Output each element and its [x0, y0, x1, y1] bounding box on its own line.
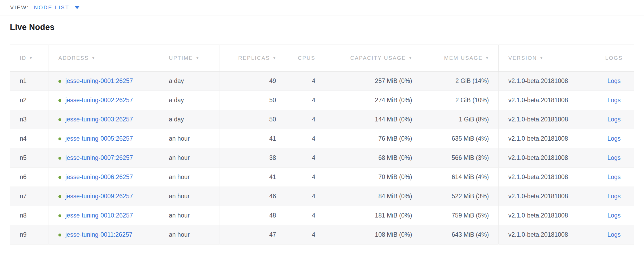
- cell-version: v2.1.0-beta.20181008: [499, 225, 594, 244]
- column-header-id[interactable]: ID▼: [10, 45, 49, 72]
- node-address-link[interactable]: jesse-tuning-0011:26257: [65, 231, 132, 238]
- cell-node-id: n8: [10, 206, 49, 225]
- sort-desc-icon: ▼: [92, 56, 95, 60]
- cell-node-address: jesse-tuning-0010:26257: [49, 206, 159, 225]
- node-live-status-dot: [58, 234, 61, 236]
- cell-logs: Logs: [594, 148, 634, 168]
- cell-logs: Logs: [594, 168, 634, 187]
- view-bar: VIEW: NODE LIST: [0, 0, 644, 15]
- cell-node-id: n5: [10, 148, 49, 168]
- cell-cpus: 4: [286, 110, 325, 129]
- node-address-link[interactable]: jesse-tuning-0006:26257: [65, 173, 133, 180]
- node-address-link[interactable]: jesse-tuning-0003:26257: [65, 116, 133, 123]
- logs-link[interactable]: Logs: [607, 212, 621, 219]
- table-row: n6jesse-tuning-0006:26257an hour41470 Mi…: [10, 168, 634, 187]
- cell-capacity-usage: 70 MiB (0%): [325, 168, 422, 187]
- column-header-cpus: CPUS: [286, 45, 325, 72]
- node-address-link[interactable]: jesse-tuning-0009:26257: [65, 193, 133, 200]
- cell-capacity-usage: 257 MiB (0%): [325, 72, 422, 91]
- node-address-link[interactable]: jesse-tuning-0010:26257: [65, 212, 133, 219]
- cell-replicas: 48: [220, 206, 286, 225]
- logs-link[interactable]: Logs: [607, 154, 621, 161]
- cell-replicas: 50: [220, 91, 286, 110]
- column-header-label: UPTIME: [169, 55, 193, 61]
- node-live-status-dot: [58, 195, 61, 198]
- cell-logs: Logs: [594, 225, 634, 244]
- cell-node-id: n7: [10, 187, 49, 206]
- cell-cpus: 4: [286, 129, 325, 148]
- cell-cpus: 4: [286, 187, 325, 206]
- cell-capacity-usage: 76 MiB (0%): [325, 129, 422, 148]
- view-label: VIEW:: [10, 5, 29, 11]
- cell-replicas: 49: [220, 72, 286, 91]
- cell-node-address: jesse-tuning-0009:26257: [49, 187, 159, 206]
- logs-link[interactable]: Logs: [607, 231, 621, 238]
- node-address-link[interactable]: jesse-tuning-0005:26257: [65, 135, 133, 142]
- sort-desc-icon: ▼: [196, 56, 199, 60]
- cell-uptime: an hour: [159, 187, 220, 206]
- cell-mem-usage: 522 MiB (3%): [422, 187, 499, 206]
- node-address-link[interactable]: jesse-tuning-0007:26257: [65, 154, 133, 161]
- cell-node-address: jesse-tuning-0002:26257: [49, 91, 159, 110]
- column-header-address[interactable]: ADDRESS▼: [49, 45, 159, 72]
- column-header-uptime[interactable]: UPTIME▼: [159, 45, 220, 72]
- cell-uptime: a day: [159, 110, 220, 129]
- cell-uptime: an hour: [159, 206, 220, 225]
- node-address-link[interactable]: jesse-tuning-0001:26257: [65, 77, 133, 84]
- cell-node-address: jesse-tuning-0003:26257: [49, 110, 159, 129]
- cell-cpus: 4: [286, 168, 325, 187]
- cell-node-id: n2: [10, 91, 49, 110]
- cell-logs: Logs: [594, 129, 634, 148]
- cell-version: v2.1.0-beta.20181008: [499, 148, 594, 168]
- logs-link[interactable]: Logs: [607, 97, 621, 104]
- cell-version: v2.1.0-beta.20181008: [499, 206, 594, 225]
- cell-capacity-usage: 181 MiB (0%): [325, 206, 422, 225]
- node-live-status-dot: [58, 80, 61, 83]
- column-header-version[interactable]: VERSION▼: [499, 45, 594, 72]
- cell-mem-usage: 2 GiB (10%): [422, 91, 499, 110]
- node-live-status-dot: [58, 137, 61, 140]
- main-content: Live Nodes ID▼ADDRESS▼UPTIME▼REPLICAS▼CP…: [0, 22, 644, 244]
- table-body: n1jesse-tuning-0001:26257a day494257 MiB…: [10, 72, 634, 244]
- logs-link[interactable]: Logs: [607, 173, 621, 180]
- column-header-capacity-usage[interactable]: CAPACITY USAGE▼: [325, 45, 422, 72]
- sort-desc-icon: ▼: [273, 56, 276, 60]
- table-row: n8jesse-tuning-0010:26257an hour484181 M…: [10, 206, 634, 225]
- cell-mem-usage: 1 GiB (8%): [422, 110, 499, 129]
- logs-link[interactable]: Logs: [607, 116, 621, 123]
- cell-replicas: 46: [220, 187, 286, 206]
- cell-uptime: a day: [159, 72, 220, 91]
- cell-cpus: 4: [286, 72, 325, 91]
- cell-capacity-usage: 68 MiB (0%): [325, 148, 422, 168]
- node-live-status-dot: [58, 157, 61, 160]
- view-selector-dropdown[interactable]: NODE LIST: [34, 5, 79, 11]
- column-header-label: LOGS: [605, 55, 623, 61]
- sort-desc-icon: ▼: [409, 56, 412, 60]
- node-live-status-dot: [58, 214, 61, 217]
- cell-mem-usage: 2 GiB (14%): [422, 72, 499, 91]
- view-selected-value: NODE LIST: [34, 5, 69, 11]
- cell-node-address: jesse-tuning-0006:26257: [49, 168, 159, 187]
- logs-link[interactable]: Logs: [607, 193, 621, 200]
- node-address-link[interactable]: jesse-tuning-0002:26257: [65, 97, 133, 104]
- node-live-status-dot: [58, 118, 61, 121]
- cell-logs: Logs: [594, 187, 634, 206]
- cell-replicas: 50: [220, 110, 286, 129]
- cell-replicas: 41: [220, 168, 286, 187]
- logs-link[interactable]: Logs: [607, 135, 621, 142]
- cell-uptime: an hour: [159, 129, 220, 148]
- cell-cpus: 4: [286, 225, 325, 244]
- cell-cpus: 4: [286, 148, 325, 168]
- cell-mem-usage: 614 MiB (4%): [422, 168, 499, 187]
- column-header-mem-usage[interactable]: MEM USAGE▼: [422, 45, 499, 72]
- column-header-label: ADDRESS: [58, 55, 89, 61]
- cell-mem-usage: 759 MiB (5%): [422, 206, 499, 225]
- cell-logs: Logs: [594, 206, 634, 225]
- table-row: n5jesse-tuning-0007:26257an hour38468 Mi…: [10, 148, 634, 168]
- column-header-replicas[interactable]: REPLICAS▼: [220, 45, 286, 72]
- cell-uptime: an hour: [159, 168, 220, 187]
- cell-capacity-usage: 84 MiB (0%): [325, 187, 422, 206]
- cell-mem-usage: 635 MiB (4%): [422, 129, 499, 148]
- logs-link[interactable]: Logs: [607, 77, 621, 84]
- live-nodes-table: ID▼ADDRESS▼UPTIME▼REPLICAS▼CPUSCAPACITY …: [10, 45, 634, 244]
